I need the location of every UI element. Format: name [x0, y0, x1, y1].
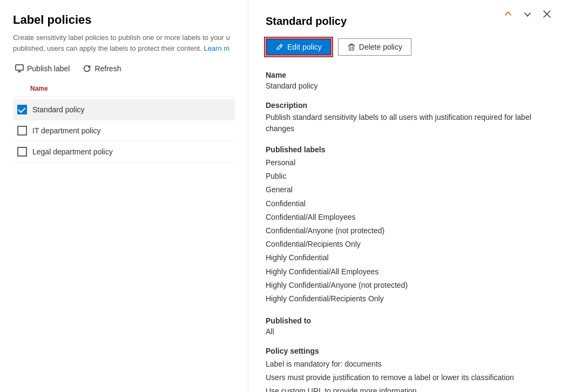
policy-name: Legal department policy — [32, 147, 113, 156]
left-panel: Label policies Create sensitivity label … — [0, 0, 248, 392]
published-label-item: Confidential/Recipients Only — [266, 238, 544, 251]
published-labels-label: Published labels — [266, 145, 544, 154]
name-value: Standard policy — [266, 82, 544, 90]
policy-settings-list: Label is mandatory for: documentsUsers m… — [266, 357, 544, 392]
name-column-header: Name — [13, 85, 48, 92]
delete-icon — [347, 43, 356, 51]
page-description: Create sensitivity label policies to pub… — [13, 32, 235, 53]
refresh-button[interactable]: Refresh — [80, 62, 123, 75]
svg-rect-7 — [350, 44, 353, 45]
policy-item[interactable]: Legal department policy — [13, 141, 235, 163]
name-label: Name — [266, 71, 544, 79]
name-section: Name Standard policy — [266, 71, 544, 90]
policy-list: Standard policy IT department policy Leg… — [13, 99, 235, 163]
description-section: Description Publish standard sensitivity… — [266, 101, 544, 134]
published-label-item: Confidential/Anyone (not protected) — [266, 224, 544, 238]
description-label: Description — [266, 101, 544, 110]
refresh-text: Refresh — [94, 64, 121, 73]
close-button[interactable] — [539, 6, 555, 22]
published-label-item: Highly Confidential/Anyone (not protecte… — [266, 279, 544, 292]
edit-icon — [275, 43, 284, 51]
policy-settings-section: Policy settings Label is mandatory for: … — [266, 347, 544, 392]
policy-item[interactable]: IT department policy — [13, 120, 235, 141]
published-labels-list: PersonalPublicGeneralConfidentialConfide… — [266, 156, 544, 306]
published-to-value: All — [266, 327, 544, 336]
nav-up-button[interactable] — [501, 6, 516, 22]
published-to-label: Published to — [266, 316, 544, 325]
published-labels-section: Published labels PersonalPublicGeneralCo… — [266, 145, 544, 306]
published-to-section: Published to All — [266, 316, 544, 336]
published-label-item: Public — [266, 170, 544, 183]
delete-policy-button[interactable]: Delete policy — [338, 38, 411, 56]
policy-settings-label: Policy settings — [266, 347, 544, 355]
policy-setting-item: Users must provide justification to remo… — [266, 371, 544, 384]
toolbar: Publish label Refresh — [13, 62, 235, 75]
policy-item[interactable]: Standard policy — [13, 99, 235, 120]
svg-line-5 — [280, 45, 282, 47]
right-panel: Standard policy Edit policy — [248, 0, 561, 392]
policy-name: IT department policy — [32, 126, 101, 135]
policy-checkbox[interactable] — [17, 147, 27, 157]
list-header: Name — [13, 84, 235, 97]
published-label-item: Highly Confidential/All Employees — [266, 265, 544, 279]
policy-setting-item: Label is mandatory for: documents — [266, 357, 544, 371]
published-label-item: Highly Confidential — [266, 251, 544, 265]
right-panel-content: Standard policy Edit policy — [248, 0, 561, 392]
published-label-item: Personal — [266, 156, 544, 170]
policy-checkbox[interactable] — [17, 126, 27, 136]
panel-nav — [501, 6, 555, 22]
monitor-icon — [15, 64, 24, 73]
edit-policy-button[interactable]: Edit policy — [266, 38, 332, 56]
refresh-icon — [83, 64, 91, 73]
published-label-item: Confidential/All Employees — [266, 211, 544, 224]
policy-name: Standard policy — [32, 105, 85, 114]
published-label-item: General — [266, 183, 544, 197]
delete-policy-label: Delete policy — [359, 43, 402, 51]
published-label-item: Confidential — [266, 197, 544, 211]
svg-rect-6 — [348, 45, 355, 45]
nav-down-button[interactable] — [520, 6, 535, 22]
edit-policy-label: Edit policy — [287, 43, 322, 51]
policy-checkbox[interactable] — [17, 105, 27, 114]
svg-rect-0 — [16, 65, 23, 70]
publish-label-button[interactable]: Publish label — [13, 62, 72, 75]
detail-actions: Edit policy Delete policy — [266, 38, 544, 56]
policy-setting-item: Use custom URL to provide more informati… — [266, 384, 544, 392]
publish-label-text: Publish label — [27, 64, 70, 73]
page-title: Label policies — [13, 13, 235, 27]
published-label-item: Highly Confidential/Recipients Only — [266, 292, 544, 306]
learn-more-link[interactable]: Learn m — [204, 44, 229, 52]
description-value: Publish standard sensitivity labels to a… — [266, 112, 544, 134]
